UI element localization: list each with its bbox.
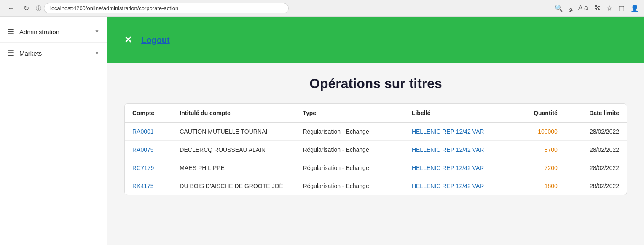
administration-icon: ☰ (8, 27, 14, 36)
compte-link[interactable]: RC7179 (132, 164, 154, 171)
page-content: Opérations sur titres Compte Intitulé du… (107, 63, 644, 245)
compte-link[interactable]: RA0001 (132, 128, 154, 135)
browser-chrome: ← ↻ ⓘ 🔍 ﻮ A a 🛠 ☆ ▢ 👤 (0, 0, 644, 17)
url-bar[interactable] (44, 3, 289, 13)
reader-icon[interactable]: ﻮ (569, 4, 572, 12)
cell-intitule: MAES PHILIPPE (172, 159, 295, 177)
col-header-type: Type (295, 104, 404, 123)
cell-intitule: DECLERCQ ROUSSEAU ALAIN (172, 141, 295, 159)
col-header-quantite: Quantité (513, 104, 565, 123)
extension-icon[interactable]: 🛠 (594, 4, 601, 12)
sidebar-item-administration[interactable]: ☰ Administration ▼ (0, 21, 107, 43)
cell-type: Régularisation - Echange (295, 159, 404, 177)
col-header-date-limite: Date limite (565, 104, 627, 123)
cell-intitule: DU BOIS D'AISCHE DE GROOTE JOË (172, 177, 295, 195)
main-area: ✕ Logout Opérations sur titres Compte In… (107, 17, 644, 245)
translate-icon[interactable]: A a (578, 4, 588, 12)
sidebar-administration-label: Administration (19, 28, 89, 35)
table-header-row: Compte Intitulé du compte Type Libellé Q… (125, 104, 627, 123)
favorites-icon[interactable]: ☆ (606, 4, 612, 12)
cell-type: Régularisation - Echange (295, 177, 404, 195)
cell-quantite: 1800 (513, 177, 565, 195)
operations-table: Compte Intitulé du compte Type Libellé Q… (125, 104, 627, 195)
cell-type: Régularisation - Echange (295, 141, 404, 159)
sidebar-markets-label: Markets (19, 50, 89, 57)
logout-button[interactable]: Logout (141, 35, 170, 45)
operations-table-container: Compte Intitulé du compte Type Libellé Q… (124, 103, 627, 195)
compte-link[interactable]: RA0075 (132, 146, 154, 153)
back-button[interactable]: ← (5, 4, 17, 13)
cell-quantite: 8700 (513, 141, 565, 159)
header-bar: ✕ Logout (107, 17, 644, 63)
col-header-intitule: Intitulé du compte (172, 104, 295, 123)
sidebar-item-markets[interactable]: ☰ Markets ▼ (0, 43, 107, 64)
cell-libelle: HELLENIC REP 12/42 VAR (404, 159, 513, 177)
app-container: ☰ Administration ▼ ☰ Markets ▼ ✕ Logout … (0, 17, 644, 245)
markets-chevron-icon: ▼ (94, 50, 99, 56)
markets-icon: ☰ (8, 48, 14, 58)
table-row: RK4175 DU BOIS D'AISCHE DE GROOTE JOË Ré… (125, 177, 627, 195)
browser-action-icons: 🔍 ﻮ A a 🛠 ☆ ▢ 👤 (555, 4, 639, 12)
tab-icon[interactable]: ▢ (618, 4, 625, 12)
cell-quantite: 7200 (513, 159, 565, 177)
close-button[interactable]: ✕ (123, 35, 134, 46)
table-body: RA0001 CAUTION MUTUELLE TOURNAI Régulari… (125, 123, 627, 195)
col-header-libelle: Libellé (404, 104, 513, 123)
page-title: Opérations sur titres (124, 76, 627, 92)
cell-compte: RA0075 (125, 141, 172, 159)
cell-date-limite: 28/02/2022 (565, 123, 627, 141)
cell-intitule: CAUTION MUTUELLE TOURNAI (172, 123, 295, 141)
cell-libelle: HELLENIC REP 12/42 VAR (404, 123, 513, 141)
cell-compte: RK4175 (125, 177, 172, 195)
cell-date-limite: 28/02/2022 (565, 159, 627, 177)
cell-type: Régularisation - Echange (295, 123, 404, 141)
cell-libelle: HELLENIC REP 12/42 VAR (404, 177, 513, 195)
cell-compte: RC7179 (125, 159, 172, 177)
search-browser-icon[interactable]: 🔍 (555, 4, 563, 12)
cell-date-limite: 28/02/2022 (565, 141, 627, 159)
table-row: RC7179 MAES PHILIPPE Régularisation - Ec… (125, 159, 627, 177)
refresh-button[interactable]: ↻ (21, 3, 32, 13)
col-header-compte: Compte (125, 104, 172, 123)
cell-quantite: 100000 (513, 123, 565, 141)
compte-link[interactable]: RK4175 (132, 183, 154, 189)
table-row: RA0001 CAUTION MUTUELLE TOURNAI Régulari… (125, 123, 627, 141)
cell-date-limite: 28/02/2022 (565, 177, 627, 195)
table-row: RA0075 DECLERCQ ROUSSEAU ALAIN Régularis… (125, 141, 627, 159)
cell-compte: RA0001 (125, 123, 172, 141)
administration-chevron-icon: ▼ (94, 29, 99, 35)
sidebar: ☰ Administration ▼ ☰ Markets ▼ (0, 17, 107, 245)
cell-libelle: HELLENIC REP 12/42 VAR (404, 141, 513, 159)
profile-icon[interactable]: 👤 (631, 4, 639, 12)
